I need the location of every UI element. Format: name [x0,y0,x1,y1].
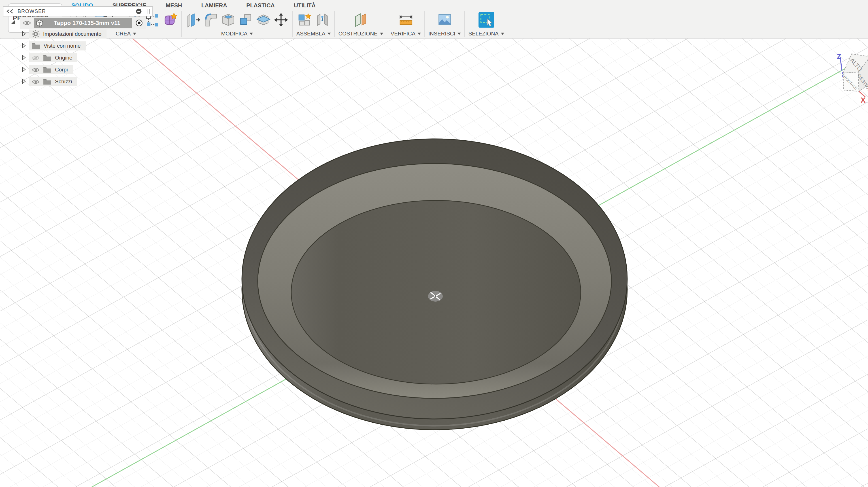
joint-icon [314,12,330,28]
browser-item-impostazioni-documento[interactable]: Impostazioni documento [29,29,106,38]
combine-icon [238,12,254,28]
group-label-text: ASSEMBLA [296,31,325,37]
select-button[interactable] [478,11,495,28]
browser-item-label: Origine [55,55,72,61]
group-label-text: SELEZIONA [468,31,499,37]
viewcube[interactable]: ALTO FRONTALE DESTRA Z X [837,52,868,104]
shell-button[interactable] [220,12,236,28]
chevron-down-icon [458,33,461,35]
group-label-text: VERIFICA [391,31,415,37]
toolbar-group-costruzione: COSTRUZIONE [338,10,383,37]
folder-icon [43,54,52,61]
gear-icon [32,30,40,38]
activate-component-radio-icon[interactable] [135,19,143,27]
measure-button[interactable] [398,12,414,28]
hide-all-icon[interactable] [136,8,142,15]
group-label-modifica[interactable]: MODIFICA [221,31,253,37]
root-expand-arrow-icon[interactable] [10,19,16,25]
browser-item-label: Corpi [55,67,68,73]
chevron-down-icon [501,33,504,35]
viewcube-z-label: Z [837,52,841,61]
expand-arrow-icon[interactable] [21,78,27,84]
construction-plane-icon [353,12,369,28]
collapse-panel-icon[interactable] [6,9,13,13]
fillet-icon [203,12,219,28]
viewcube-x-label: X [861,96,866,104]
expand-arrow-icon[interactable] [21,31,27,37]
group-label-text: COSTRUZIONE [338,31,377,37]
select-icon [478,11,495,28]
chevron-down-icon [417,33,421,35]
toolbar-group-verifica: VERIFICA [391,10,421,37]
expand-arrow-icon[interactable] [21,54,27,61]
chevron-down-icon [380,33,383,35]
tab-utilita[interactable]: UTILITÀ [294,2,316,9]
group-label-assembla[interactable]: ASSEMBLA [296,31,331,37]
browser-panel: BROWSER Tappo 170-135-3mm v11 Impostazio… [0,0,176,147]
folder-icon [43,66,52,73]
browser-header[interactable]: BROWSER [3,6,153,17]
group-label-text: MODIFICA [221,31,248,37]
folder-icon [43,78,52,85]
browser-item-label: Viste con nome [43,43,81,49]
new-component-button[interactable] [297,12,313,28]
fillet-button[interactable] [203,12,219,28]
new-component-icon [297,12,313,28]
eye-icon[interactable] [32,67,40,73]
toolbar-divider [181,11,182,37]
panel-resize-grip[interactable] [148,9,150,13]
press-pull-icon [185,12,201,28]
browser-item-label: Schizzi [55,79,72,85]
eye-hidden-icon[interactable] [32,55,40,61]
split-body-icon [255,12,271,28]
expand-arrow-icon[interactable] [21,42,27,49]
tab-lamiera[interactable]: LAMIERA [202,2,227,9]
move-icon [273,12,289,28]
model-tappo-body[interactable] [242,139,627,430]
eye-icon[interactable] [32,79,40,84]
shell-icon [220,12,236,28]
fusion360-window: { "toolbar": { "project_button": { "labe… [0,0,868,487]
browser-root-selection: Tappo 170-135-3mm v11 [34,18,132,28]
insert-image-icon [437,12,453,28]
toolbar-divider [424,11,425,37]
browser-root-label: Tappo 170-135-3mm v11 [47,20,128,26]
tab-plastica[interactable]: PLASTICA [246,2,275,9]
toolbar-group-modifica: MODIFICA [185,10,289,37]
origin-marker [428,291,443,302]
browser-item-origine[interactable]: Origine [29,53,78,62]
chevron-down-icon [328,33,331,35]
construction-plane-button[interactable] [353,12,369,28]
group-label-inserisci[interactable]: INSERISCI [428,31,461,37]
toolbar-divider [334,11,335,37]
toolbar-divider [292,11,293,37]
browser-item-viste-con-nome[interactable]: Viste con nome [29,41,86,51]
split-body-button[interactable] [255,12,271,28]
chevron-down-icon [250,33,253,35]
expand-arrow-icon[interactable] [21,66,27,73]
browser-root-row[interactable]: Tappo 170-135-3mm v11 [20,17,146,29]
group-label-seleziona[interactable]: SELEZIONA [468,31,504,37]
visibility-eye-icon[interactable] [23,20,31,26]
group-label-costruzione[interactable]: COSTRUZIONE [338,31,383,37]
browser-item-label: Impostazioni documento [43,31,101,37]
component-cube-icon [35,19,44,28]
toolbar-group-seleziona: SELEZIONA [468,10,504,37]
toolbar-divider [464,11,465,37]
browser-item-corpi[interactable]: Corpi [29,65,73,74]
insert-image-button[interactable] [437,12,453,28]
folder-icon [32,42,40,49]
group-label-text: INSERISCI [428,31,455,37]
group-label-verifica[interactable]: VERIFICA [391,31,421,37]
press-pull-button[interactable] [185,12,201,28]
browser-title: BROWSER [18,8,132,15]
toolbar-divider [387,11,387,37]
toolbar-group-assembla: ASSEMBLA [296,10,331,37]
measure-icon [398,12,414,28]
toolbar-group-inserisci: INSERISCI [428,10,461,37]
browser-item-schizzi[interactable]: Schizzi [29,77,77,86]
joint-button[interactable] [314,12,330,28]
combine-button[interactable] [238,12,254,28]
move-button[interactable] [273,12,289,28]
